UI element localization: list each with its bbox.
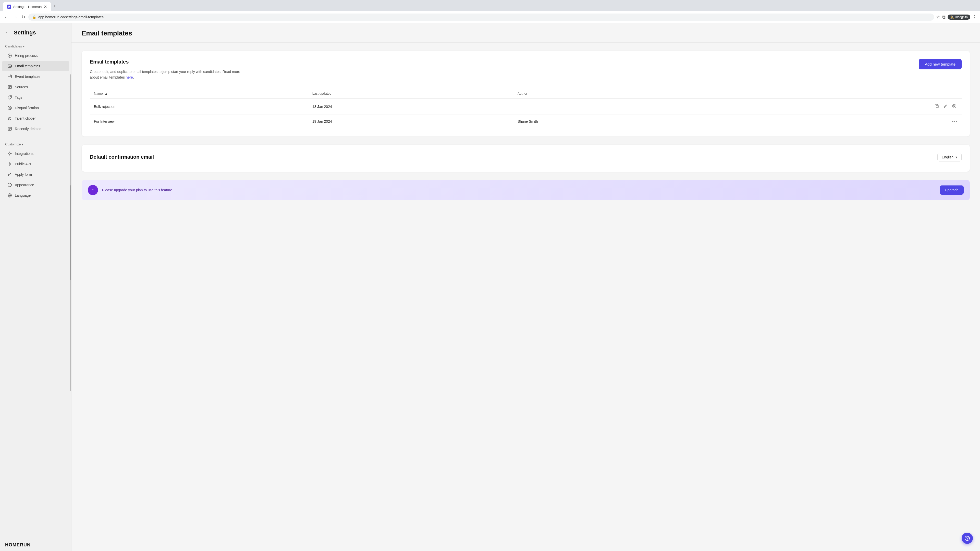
sidebar-item-sources[interactable]: Sources [2, 82, 69, 92]
upgrade-icon: ↑ [88, 185, 98, 195]
svg-rect-13 [936, 105, 939, 108]
browser-chrome: H Settings · Homerun ✕ + ← → ↻ 🔒 app.hom… [0, 0, 980, 23]
sidebar-header: ← Settings [0, 23, 71, 40]
sources-icon [7, 84, 12, 89]
refresh-button[interactable]: ↻ [21, 13, 26, 21]
svg-point-16 [967, 540, 967, 540]
apply-form-icon [7, 172, 12, 177]
template-actions [724, 98, 962, 114]
tab-title: Settings · Homerun [13, 5, 41, 9]
sidebar-section-candidates: Candidates ▾ [0, 40, 71, 50]
browser-tab[interactable]: H Settings · Homerun ✕ [3, 2, 51, 11]
star-icon[interactable]: ☆ [936, 14, 940, 20]
sidebar-item-appearance[interactable]: Appearance [2, 180, 69, 190]
language-label: English [942, 155, 953, 159]
tags-icon [7, 95, 12, 100]
tab-close-button[interactable]: ✕ [44, 4, 47, 9]
confirmation-header: Default confirmation email English ▾ [90, 153, 962, 162]
sidebar-title: Settings [14, 29, 36, 36]
confirmation-title: Default confirmation email [90, 154, 154, 160]
appearance-icon [7, 183, 12, 187]
sidebar-item-tags[interactable]: Tags [2, 92, 69, 103]
sidebar-item-label: Tags [15, 95, 22, 100]
card-title: Email templates [90, 59, 243, 65]
sidebar-item-label: Email templates [15, 64, 40, 68]
app-container: ← Settings Candidates ▾ Hiring process E… [0, 23, 980, 551]
page-title: Email templates [82, 29, 970, 37]
disqualification-icon [7, 105, 12, 110]
email-templates-icon [7, 64, 12, 68]
sidebar-scroll-area: Candidates ▾ Hiring process Email templa… [0, 40, 71, 538]
table-header-last-updated: Last updated [308, 89, 514, 99]
sidebar-section-customize: Customize ▾ [0, 138, 71, 148]
content-area: Email templates Create, edit, and duplic… [72, 43, 980, 208]
card-description: Create, edit, and duplicate email templa… [90, 69, 243, 80]
svg-rect-8 [8, 127, 11, 130]
template-actions: ••• [724, 114, 962, 128]
language-icon [7, 193, 12, 198]
table-header-name: Name ▲ [90, 89, 308, 99]
sidebar-item-label: Integrations [15, 151, 33, 156]
sidebar-item-language[interactable]: Language [2, 190, 69, 200]
sidebar-item-talent-clipper[interactable]: Talent clipper [2, 113, 69, 124]
browser-toolbar: ← → ↻ 🔒 app.homerun.co/settings/email-te… [0, 11, 980, 23]
sidebar-item-label: Public API [15, 162, 31, 166]
delete-button[interactable] [951, 103, 958, 110]
sidebar-item-recently-deleted[interactable]: Recently deleted [2, 124, 69, 134]
sort-icon[interactable]: ▲ [105, 92, 108, 95]
template-author: Shane Smith [514, 114, 724, 128]
table-row: For Interview 19 Jan 2024 Shane Smith ••… [90, 114, 962, 128]
sidebar-item-public-api[interactable]: Public API [2, 159, 69, 169]
table-body: Bulk rejection 18 Jan 2024 [90, 98, 962, 128]
edit-button[interactable] [942, 103, 949, 110]
upgrade-banner: ↑ Please upgrade your plan to use this f… [82, 180, 970, 200]
sidebar-item-disqualification[interactable]: Disqualification [2, 103, 69, 113]
template-name: Bulk rejection [90, 98, 308, 114]
sidebar-item-label: Appearance [15, 183, 34, 187]
tab-favicon: H [7, 5, 11, 9]
new-tab-button[interactable]: + [51, 3, 58, 10]
back-button[interactable]: ← [3, 14, 10, 21]
sidebar-item-label: Talent clipper [15, 116, 36, 121]
svg-rect-2 [8, 75, 11, 78]
here-link[interactable]: here [126, 75, 133, 79]
address-bar[interactable]: 🔒 app.homerun.co/settings/email-template… [28, 14, 934, 21]
sidebar-item-event-templates[interactable]: Event templates [2, 71, 69, 82]
sidebar-item-label: Event templates [15, 75, 40, 79]
upgrade-button[interactable]: Upgrade [940, 186, 964, 195]
browser-menu-icon[interactable]: ⋮ [972, 14, 977, 20]
address-url: app.homerun.co/settings/email-templates [38, 15, 103, 19]
public-api-icon [7, 162, 12, 167]
sidebar-toggle-icon[interactable]: ⧉ [942, 14, 945, 20]
email-templates-card: Email templates Create, edit, and duplic… [82, 51, 970, 137]
duplicate-button[interactable] [934, 103, 940, 110]
sidebar-item-hiring-process[interactable]: Hiring process [2, 51, 69, 61]
row-actions [729, 103, 958, 110]
address-secure-icon: 🔒 [32, 15, 36, 19]
table-header-author: Author [514, 89, 724, 99]
forward-button[interactable]: → [12, 14, 18, 21]
add-new-template-button[interactable]: Add new template [919, 59, 962, 69]
template-table: Name ▲ Last updated Author Bulk rejectio… [90, 89, 962, 128]
sidebar-item-label: Sources [15, 85, 28, 89]
table-header-actions [724, 89, 962, 99]
card-header-row: Email templates Create, edit, and duplic… [90, 59, 962, 86]
template-last-updated: 18 Jan 2024 [308, 98, 514, 114]
default-confirmation-card: Default confirmation email English ▾ [82, 144, 970, 171]
sidebar-item-email-templates[interactable]: Email templates [2, 61, 69, 71]
sidebar-item-apply-form[interactable]: Apply form [2, 169, 69, 179]
sidebar-item-label: Disqualification [15, 106, 39, 110]
sidebar-back-button[interactable]: ← [5, 29, 11, 36]
sidebar-item-label: Apply form [15, 172, 32, 176]
sidebar-item-integrations[interactable]: Integrations [2, 148, 69, 159]
incognito-icon: 🕵 [950, 15, 954, 19]
table-row: Bulk rejection 18 Jan 2024 [90, 98, 962, 114]
template-name: For Interview [90, 114, 308, 128]
sidebar-item-label: Language [15, 193, 30, 197]
more-options-button[interactable]: ••• [952, 119, 958, 124]
language-select[interactable]: English ▾ [937, 153, 962, 162]
recently-deleted-icon [7, 126, 12, 131]
incognito-label: Incognito [955, 15, 968, 19]
homerun-logo: HOMERUN [0, 538, 71, 551]
support-chat-button[interactable] [962, 533, 973, 544]
